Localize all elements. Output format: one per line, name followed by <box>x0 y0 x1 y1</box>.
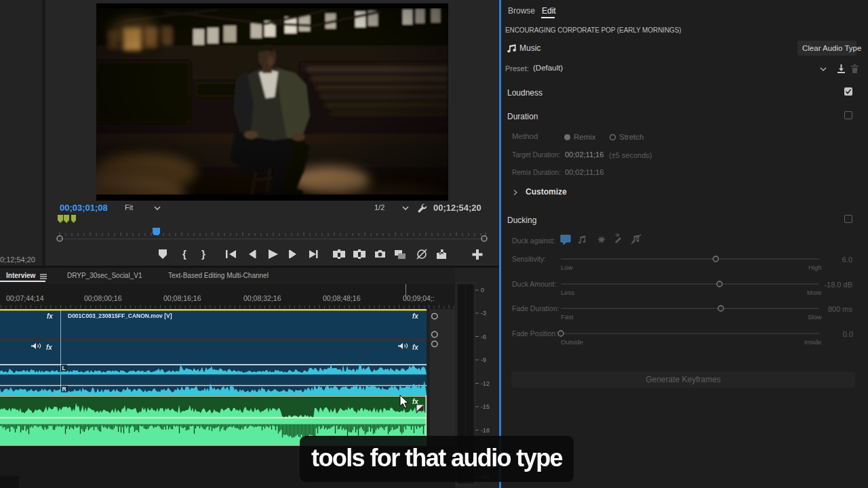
svg-text:fx: fx <box>47 312 53 320</box>
svg-text:-15: -15 <box>481 403 490 410</box>
svg-text:-6: -6 <box>481 333 486 340</box>
svg-text:fx: fx <box>46 344 52 351</box>
svg-text:fx: fx <box>412 344 418 351</box>
svg-text:L: L <box>62 365 66 371</box>
svg-text:D001C003_230815FF_CANON.mov [V: D001C003_230815FF_CANON.mov [V] <box>68 312 172 319</box>
svg-text:0: 0 <box>481 287 484 293</box>
svg-text:-3: -3 <box>481 310 486 317</box>
svg-text:fx: fx <box>412 312 418 320</box>
svg-text:-12: -12 <box>481 380 490 387</box>
svg-text:-9: -9 <box>481 357 486 363</box>
svg-text:fx: fx <box>412 398 418 405</box>
svg-text:-18: -18 <box>481 427 490 434</box>
svg-text:R: R <box>62 386 66 392</box>
